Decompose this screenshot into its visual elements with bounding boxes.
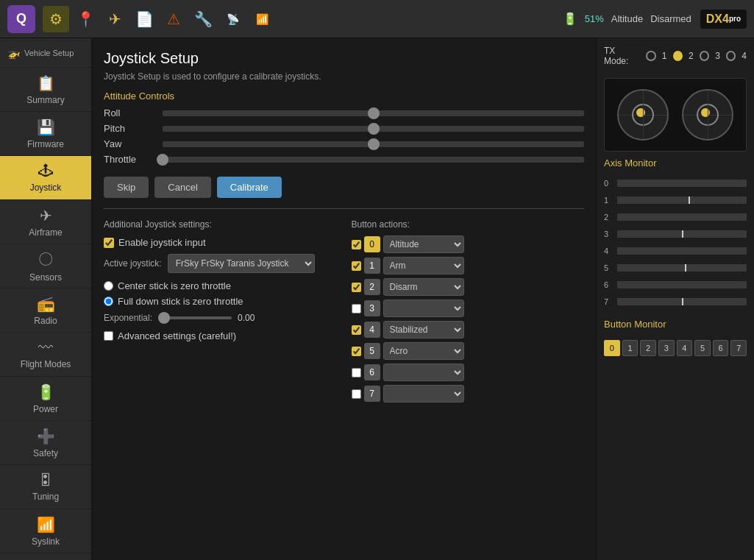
- exponential-label: Exponential:: [104, 313, 152, 323]
- sidebar-item-radio[interactable]: 📻 Radio: [0, 288, 91, 333]
- page-title: Joystick Setup: [104, 50, 584, 67]
- sidebar-item-firmware[interactable]: 💾 Firmware: [0, 112, 91, 156]
- yaw-bar: [163, 141, 584, 147]
- enable-joystick-row: Enable joystick input: [104, 237, 337, 248]
- tx-mode-radio-4[interactable]: [726, 51, 736, 61]
- bars-icon: 📶: [249, 6, 275, 32]
- button-action-row-4: 4 Stabilized: [352, 321, 585, 339]
- btn-mon-item-3[interactable]: 3: [658, 340, 675, 356]
- axis-mon-bar-6: [617, 281, 747, 288]
- yaw-label: Yaw: [104, 138, 163, 149]
- btn-action-check-2[interactable]: [352, 283, 361, 292]
- btn-action-dropdown-0[interactable]: Altitude: [383, 235, 464, 253]
- warning-nav-icon[interactable]: ⚠: [160, 6, 187, 32]
- active-joystick-dropdown[interactable]: FrSky FrSky Taranis Joystick: [168, 254, 315, 273]
- btn-mon-item-0[interactable]: 0: [604, 340, 620, 356]
- axis-mon-row-7: 7: [604, 297, 747, 306]
- btn-mon-item-2[interactable]: 2: [640, 340, 656, 356]
- tx-mode-radio-2[interactable]: [673, 51, 683, 61]
- sidebar-item-flight-modes[interactable]: 〰 Flight Modes: [0, 333, 91, 377]
- firmware-icon: 💾: [37, 118, 55, 136]
- center-stick-label: Center stick is zero throttle: [118, 280, 231, 291]
- sidebar-item-vehicle-setup[interactable]: 🚁 Vehicle Setup: [0, 38, 91, 68]
- calibrate-button[interactable]: Calibrate: [217, 177, 282, 198]
- cancel-button[interactable]: Cancel: [154, 177, 210, 198]
- calibration-buttons: Skip Cancel Calibrate: [104, 177, 584, 198]
- button-action-row-0: 0 Altitude: [352, 235, 585, 253]
- btn-mon-item-6[interactable]: 6: [713, 340, 729, 356]
- plan-nav-icon[interactable]: 📍: [72, 6, 99, 32]
- tx-mode-radio-3[interactable]: [700, 51, 709, 61]
- btn-mon-item-1[interactable]: 1: [622, 340, 639, 356]
- btn-action-check-6[interactable]: [352, 368, 361, 378]
- sidebar-item-syslink[interactable]: 📶 Syslink: [0, 509, 91, 553]
- btn-num-4: 4: [364, 322, 380, 338]
- btn-action-check-1[interactable]: [352, 261, 361, 271]
- throttle-axis-row: Throttle: [104, 154, 584, 165]
- battery-percent: 51%: [585, 13, 604, 24]
- axis-mon-row-6: 6: [604, 280, 747, 289]
- enable-joystick-label: Enable joystick input: [118, 237, 206, 248]
- fly-nav-icon[interactable]: ✈: [102, 6, 128, 32]
- flight-modes-icon: 〰: [38, 339, 53, 356]
- btn-num-0: 0: [364, 236, 380, 252]
- roll-bar: [163, 110, 584, 116]
- btn-action-dropdown-4[interactable]: Stabilized: [383, 321, 464, 339]
- skip-button[interactable]: Skip: [104, 177, 149, 198]
- btn-action-dropdown-7[interactable]: [383, 385, 464, 403]
- brand-sub: pro: [729, 15, 741, 23]
- btn-mon-item-4[interactable]: 4: [677, 340, 693, 356]
- btn-action-dropdown-1[interactable]: Arm: [383, 257, 464, 274]
- full-down-radio[interactable]: [104, 297, 113, 306]
- center-stick-radio[interactable]: [104, 281, 113, 291]
- sidebar-item-joystick[interactable]: 🕹 Joystick: [0, 156, 91, 200]
- vehicle-setup-nav-icon[interactable]: ⚙: [43, 6, 69, 32]
- btn-action-dropdown-6[interactable]: [383, 364, 464, 381]
- btn-action-check-7[interactable]: [352, 389, 361, 399]
- analyze-nav-icon[interactable]: 📄: [131, 6, 157, 32]
- center-stick-row: Center stick is zero throttle: [104, 280, 337, 291]
- btn-num-3: 3: [364, 300, 380, 316]
- btn-action-check-5[interactable]: [352, 347, 361, 356]
- axis-mon-ind-5: [685, 264, 686, 272]
- joystick-left-stick: [617, 89, 669, 141]
- btn-action-dropdown-5[interactable]: Acro: [383, 342, 464, 360]
- btn-action-dropdown-3[interactable]: [383, 300, 464, 317]
- sidebar-radio-label: Radio: [34, 316, 57, 326]
- axis-mon-bar-2: [617, 213, 747, 221]
- sidebar-item-safety[interactable]: ➕ Safety: [0, 421, 91, 465]
- sidebar-item-tuning[interactable]: 🎛 Tuning: [0, 465, 91, 509]
- signal-icon: 📡: [219, 6, 246, 32]
- exponential-slider[interactable]: [158, 316, 232, 319]
- sidebar-item-parameters[interactable]: ⚙ Parameters: [0, 553, 91, 560]
- btn-mon-item-7[interactable]: 7: [730, 340, 747, 356]
- sensors-icon: 〇: [38, 249, 53, 269]
- btn-action-check-0[interactable]: [352, 240, 361, 249]
- advanced-settings-checkbox[interactable]: [104, 331, 113, 341]
- sidebar-item-sensors[interactable]: 〇 Sensors: [0, 244, 91, 288]
- brand-name: DX4: [706, 13, 729, 26]
- sidebar-item-summary[interactable]: 📋 Summary: [0, 68, 91, 112]
- additional-settings-col: Additional Joystick settings: Enable joy…: [104, 219, 337, 406]
- tools-nav-icon[interactable]: 🔧: [190, 6, 216, 32]
- btn-num-2: 2: [364, 279, 380, 295]
- btn-action-check-3[interactable]: [352, 304, 361, 313]
- app-logo[interactable]: Q: [7, 5, 35, 33]
- additional-settings-title: Additional Joystick settings:: [104, 219, 337, 230]
- sidebar-syslink-label: Syslink: [32, 536, 60, 547]
- sidebar-item-airframe[interactable]: ✈ Airframe: [0, 200, 91, 244]
- brand-logo: DX4 pro: [700, 10, 747, 29]
- joystick-right-stick: [682, 89, 733, 141]
- btn-mon-item-5[interactable]: 5: [694, 340, 711, 356]
- axis-monitor-title: Axis Monitor: [604, 157, 747, 169]
- btn-num-6: 6: [364, 364, 380, 380]
- button-actions-col: Button actions: 0 Altitude 1: [352, 219, 585, 406]
- enable-joystick-checkbox[interactable]: [104, 238, 114, 248]
- btn-action-check-4[interactable]: [352, 325, 361, 335]
- btn-action-dropdown-2[interactable]: Disarm: [383, 278, 464, 296]
- roll-label: Roll: [104, 107, 163, 118]
- sidebar-item-power[interactable]: 🔋 Power: [0, 377, 91, 421]
- tx-mode-radio-1[interactable]: [646, 51, 655, 61]
- axis-mon-row-2: 2: [604, 213, 747, 221]
- throttle-bar: [163, 157, 584, 163]
